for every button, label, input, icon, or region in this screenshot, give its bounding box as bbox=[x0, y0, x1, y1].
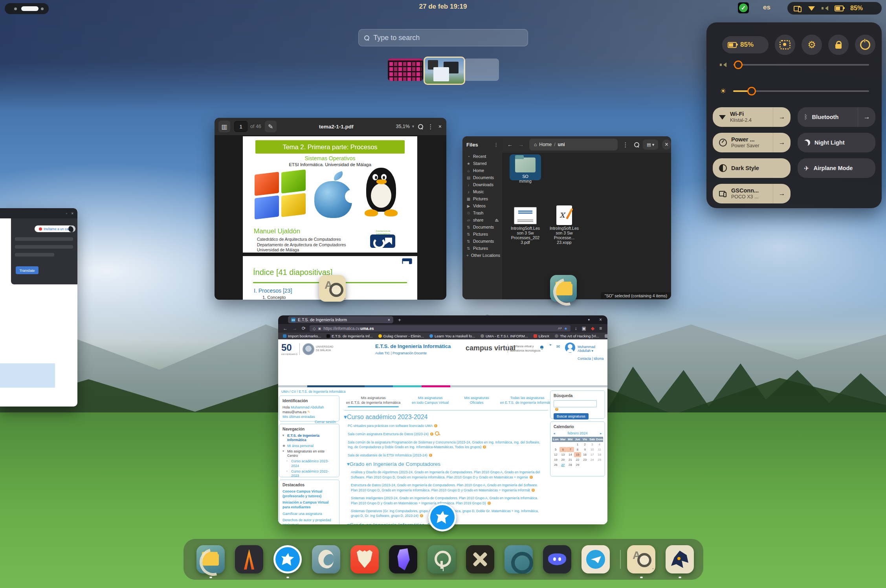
volume-slider[interactable] bbox=[733, 64, 869, 66]
zoom-level[interactable]: 35,1% bbox=[396, 124, 409, 129]
calendar-day[interactable]: 10 bbox=[589, 447, 596, 452]
calendar-day[interactable]: 1 bbox=[574, 442, 581, 447]
header-links[interactable]: Contacta | Idioma bbox=[578, 357, 604, 361]
dock-komikku-icon[interactable] bbox=[666, 545, 694, 573]
sidebar-item[interactable]: ⌂ Home bbox=[462, 167, 503, 174]
calendar-day[interactable] bbox=[581, 462, 589, 467]
path-current[interactable]: uni bbox=[558, 142, 565, 147]
folder-tile[interactable]: SO bbox=[510, 154, 541, 180]
sidebar-item[interactable]: ◔ Recent bbox=[462, 153, 503, 160]
workspace-thumbnail-2-active[interactable] bbox=[424, 57, 465, 85]
tab-close-icon[interactable]: × bbox=[388, 317, 390, 322]
featured-link[interactable]: Conoce Campus Virtual (profesorado y tut… bbox=[282, 489, 336, 498]
calendar-day[interactable] bbox=[589, 462, 596, 467]
system-status-area[interactable]: 85% bbox=[787, 2, 882, 15]
dock-papers-icon[interactable] bbox=[627, 545, 655, 573]
sidebar-item[interactable]: ♲ Trash bbox=[462, 209, 503, 216]
calendar-day[interactable] bbox=[596, 462, 603, 467]
tray-check-icon[interactable]: ✓ bbox=[738, 2, 749, 13]
browser-tab[interactable]: cv E.T.S. de Ingeniería Inform × bbox=[288, 316, 393, 323]
workspace-thumbnail-1[interactable] bbox=[388, 59, 423, 81]
calendar-day[interactable] bbox=[559, 442, 567, 447]
dock-xournalpp-icon[interactable] bbox=[466, 545, 494, 573]
calendar-day[interactable]: 22 bbox=[574, 457, 581, 462]
librewolf-app-badge-icon[interactable] bbox=[428, 503, 457, 531]
course-link[interactable]: Estructura de Datos (2023-24, Grado en I… bbox=[351, 483, 549, 493]
calendar-day[interactable]: 2 bbox=[581, 442, 589, 447]
close-icon[interactable]: × bbox=[662, 139, 671, 150]
calendar-day[interactable]: 18 bbox=[596, 452, 603, 457]
bookmark-item[interactable]: Free Online Textbooks... bbox=[605, 334, 607, 338]
search-input[interactable] bbox=[372, 33, 522, 42]
sidebar-item[interactable]: ⇅ Pictures bbox=[462, 245, 503, 252]
search-icon[interactable] bbox=[418, 124, 423, 129]
featured-link[interactable]: Derechos de autor y propiedad intelectua… bbox=[282, 518, 336, 524]
nav-item-label[interactable]: E.T.S. de Ingeniería Informática bbox=[287, 434, 336, 443]
course-link[interactable]: Análisis y Diseño de Algoritmos (2023-24… bbox=[351, 470, 549, 480]
extensions-icon[interactable]: ▣ bbox=[581, 326, 586, 331]
info-icon[interactable]: i bbox=[429, 454, 432, 457]
dock-keepassxc-icon[interactable] bbox=[427, 545, 456, 573]
arrow-right-icon[interactable]: → bbox=[773, 107, 791, 127]
sidebar-item[interactable]: ▦ Pictures bbox=[462, 195, 503, 202]
tab-list-chevron-icon[interactable]: ▾ bbox=[588, 318, 590, 322]
section-heading[interactable]: ▾Grado en Ingeniería de Computadores bbox=[347, 461, 549, 467]
sidebar-item[interactable]: ♪ Music bbox=[462, 188, 503, 195]
course-link[interactable]: Sala común de la asignatura Programación… bbox=[348, 440, 549, 450]
clock[interactable]: 27 de feb 19:19 bbox=[0, 3, 886, 11]
dock-teal-ring-app-icon[interactable] bbox=[504, 545, 533, 573]
reload-icon[interactable]: ⟳ bbox=[302, 326, 306, 331]
bookmark-item[interactable]: E.T.S. de Ingeniería Inf... bbox=[327, 334, 373, 338]
file-tile-pdf[interactable]: IntroIngSoft.Lesson 3 Sw Processes_2023.… bbox=[510, 204, 541, 246]
toggle-gsconnect[interactable]: GSConn...POCO X3 ... → bbox=[713, 184, 791, 203]
partial-window-left[interactable]: ▫× Invítame a un café Translate bbox=[0, 208, 77, 407]
calendar-day[interactable]: 6 bbox=[559, 447, 567, 452]
volume-slider-knob[interactable] bbox=[734, 60, 743, 69]
info-icon[interactable]: i bbox=[483, 445, 486, 449]
tab-all-courses[interactable]: Todas las asignaturasen E.T.S. de Ingeni… bbox=[498, 396, 557, 405]
dock-alacritty-icon[interactable] bbox=[235, 545, 263, 573]
bookmark-item[interactable]: Learn You a Haskell fo... bbox=[429, 334, 475, 338]
sidebar-item[interactable]: ⇅ Documents bbox=[462, 223, 503, 231]
screenshot-button[interactable] bbox=[775, 35, 795, 55]
nav-item[interactable]: › Curso académico 2023-2024 bbox=[286, 459, 336, 468]
restore-icon[interactable]: ▫ bbox=[66, 211, 68, 216]
arrow-right-icon[interactable]: → bbox=[858, 107, 875, 127]
downloads-icon[interactable]: ↓ bbox=[574, 326, 577, 331]
toggle-wifi[interactable]: Wi-FiKlistal-2.4 → bbox=[713, 107, 791, 127]
forward-icon[interactable]: → bbox=[292, 326, 297, 331]
back-icon[interactable]: ← bbox=[507, 141, 513, 148]
close-icon[interactable]: × bbox=[438, 123, 442, 130]
path-bar[interactable]: ⌂ Home / uni bbox=[529, 139, 618, 150]
toggle-dark-style[interactable]: Dark Style bbox=[713, 158, 791, 178]
mail-icon[interactable]: ✉ bbox=[556, 344, 560, 349]
calendar-day[interactable]: 17 bbox=[589, 452, 596, 457]
calendar-day[interactable]: 25 bbox=[596, 457, 603, 462]
battery-pill[interactable]: 85% bbox=[722, 36, 769, 53]
dark-mode-toggle-icon[interactable] bbox=[68, 225, 75, 232]
bookmark-item[interactable]: Import bookmarks... bbox=[283, 334, 321, 338]
nav-item-label[interactable]: Mis asignaturas en este Centro bbox=[287, 449, 336, 458]
dock-brave-icon[interactable] bbox=[350, 545, 379, 573]
calendar-day[interactable]: 23 bbox=[581, 457, 589, 462]
search-icon[interactable] bbox=[634, 142, 638, 147]
calendar-day[interactable]: 4 bbox=[596, 442, 603, 447]
nav-item[interactable]: › Curso académico 2022-2023 bbox=[286, 469, 336, 478]
menu-icon[interactable]: ⋮ bbox=[493, 142, 499, 148]
tab-my-courses-all[interactable]: Mis asignaturasen todo Campus Virtual bbox=[407, 396, 454, 405]
forward-icon[interactable]: → bbox=[518, 141, 524, 148]
edit-pencil-icon[interactable]: ✎ bbox=[307, 410, 310, 414]
url-bar[interactable]: ◇ ▣ https://informatica.cv.uma.es Aᵃ ★ bbox=[310, 325, 570, 332]
zoom-dropdown-icon[interactable]: ▼ bbox=[411, 125, 415, 128]
papers-app-badge-icon[interactable] bbox=[319, 275, 346, 302]
bookmark-item[interactable]: UMA - E.T.S.I. INFORM... bbox=[481, 334, 528, 338]
page-number-input[interactable]: 1 bbox=[234, 121, 248, 132]
calendar-day[interactable]: 19 bbox=[552, 457, 559, 462]
sidebar-item[interactable]: + Other Locations bbox=[462, 252, 503, 259]
calendar-day[interactable]: 26 bbox=[552, 462, 559, 467]
toggle-night-light[interactable]: Night Light bbox=[798, 133, 875, 152]
dock-thunderbird-icon[interactable] bbox=[312, 545, 340, 573]
tab-my-courses-official[interactable]: Mis asignaturasOficiales bbox=[457, 396, 496, 405]
brightness-slider-knob[interactable] bbox=[747, 87, 756, 95]
nav-item[interactable]: ▾ Mis asignaturas en este Centro bbox=[282, 449, 336, 458]
